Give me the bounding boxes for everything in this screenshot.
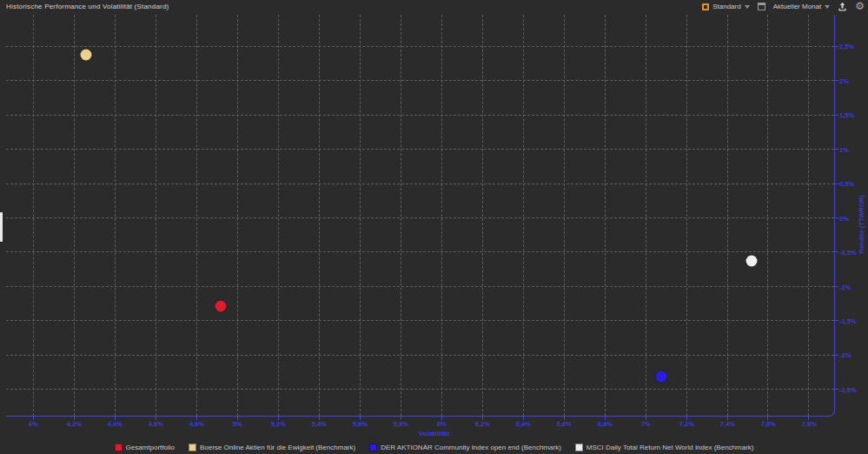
popout-window-icon: [758, 3, 765, 10]
settings-button[interactable]: [855, 2, 865, 11]
scatter-plot-area: [6, 15, 835, 417]
widget-title: Historische Performance und Volatilität …: [6, 3, 169, 10]
legend-label: Gesamtportfolio: [126, 444, 175, 451]
gear-icon: [855, 2, 865, 11]
x-tick-label: 5,2%: [271, 420, 286, 428]
y-axis-title: Rendite (TTWROR): [858, 195, 865, 254]
legend-swatch: [189, 444, 196, 451]
h-gridline: [6, 286, 834, 287]
orange-square-icon: [702, 3, 709, 10]
scatter-point[interactable]: [81, 50, 92, 61]
chevron-down-icon: [745, 5, 750, 9]
y-tick-label: 1,5%: [839, 111, 854, 119]
x-tick-label: 6%: [437, 420, 447, 428]
v-gridline: [605, 15, 606, 416]
legend-swatch: [369, 444, 377, 451]
scatter-point[interactable]: [745, 255, 757, 266]
v-gridline: [727, 15, 728, 416]
export-button[interactable]: [838, 2, 847, 12]
v-gridline: [686, 15, 687, 416]
y-tick-label: 2%: [839, 77, 849, 84]
y-tick-label: 1%: [839, 145, 849, 153]
period-selector[interactable]: Aktueller Monat: [773, 3, 831, 10]
x-tick-label: 5,6%: [353, 420, 368, 428]
v-gridline: [74, 15, 75, 416]
legend-label: DER AKTIONÄR Community Index open end (B…: [381, 444, 561, 451]
h-gridline: [6, 251, 834, 252]
preset-selector[interactable]: Standard: [702, 3, 749, 10]
v-gridline: [564, 15, 565, 416]
x-tick-label: 6,2%: [475, 420, 490, 428]
y-tick-mark: [835, 80, 838, 81]
y-tick-mark: [835, 46, 838, 47]
y-tick-mark: [835, 184, 838, 184]
period-label: Aktueller Monat: [773, 3, 822, 10]
h-gridline: [6, 355, 834, 356]
scatter-point[interactable]: [656, 371, 667, 382]
v-gridline: [237, 15, 238, 416]
y-tick-label: -1,5%: [839, 317, 857, 324]
v-gridline: [646, 15, 646, 416]
x-tick-label: 5,8%: [394, 420, 408, 428]
x-tick-label: 7,2%: [679, 420, 694, 428]
x-tick-label: 4,2%: [67, 420, 82, 428]
legend-swatch: [115, 444, 123, 451]
preset-label: Standard: [712, 3, 740, 10]
chart-legend: GesamtportfolioBoerse Online Aktien für …: [0, 441, 868, 453]
v-gridline: [523, 15, 524, 416]
legend-item[interactable]: DER AKTIONÄR Community Index open end (B…: [369, 444, 561, 451]
y-tick-mark: [835, 149, 838, 150]
performance-volatility-widget: Historische Performance und Volatilität …: [0, 0, 868, 454]
h-gridline: [6, 115, 834, 116]
scatter-point[interactable]: [215, 300, 227, 311]
x-tick-label: 6,6%: [557, 420, 572, 428]
v-gridline: [360, 15, 361, 416]
x-tick-label: 4,8%: [189, 420, 204, 428]
y-tick-label: -2%: [839, 351, 851, 359]
y-tick-label: -0,5%: [839, 249, 857, 257]
y-tick-label: 0,5%: [839, 180, 854, 188]
v-gridline: [401, 15, 401, 416]
v-gridline: [115, 15, 116, 416]
x-tick-label: 4,6%: [149, 420, 163, 428]
h-gridline: [6, 184, 834, 184]
v-gridline: [156, 15, 156, 416]
v-gridline: [482, 15, 483, 416]
legend-label: Boerse Online Aktien für die Ewigkeit (B…: [200, 444, 355, 451]
v-gridline: [196, 15, 197, 416]
y-tick-mark: [835, 286, 838, 287]
popout-button[interactable]: [758, 3, 765, 10]
y-tick-label: 0%: [839, 214, 849, 222]
y-tick-mark: [835, 251, 838, 252]
v-gridline: [319, 15, 320, 416]
legend-item[interactable]: Boerse Online Aktien für die Ewigkeit (B…: [189, 444, 355, 451]
x-tick-label: 5,4%: [312, 420, 327, 428]
export-icon: [838, 2, 847, 12]
chart-toolbar: Standard Aktueller Monat: [702, 0, 865, 13]
chevron-down-icon: [825, 5, 830, 9]
x-tick-label: 7,4%: [720, 420, 735, 428]
y-tick-mark: [835, 320, 838, 321]
legend-item[interactable]: MSCI Daily Total Return Net World Index …: [575, 444, 754, 451]
x-tick-label: 4,4%: [108, 420, 123, 428]
y-tick-label: -1%: [839, 283, 851, 290]
scroll-indicator[interactable]: [0, 212, 3, 242]
y-tick-mark: [835, 217, 838, 218]
v-gridline: [808, 15, 809, 416]
x-axis-title: Volatilität: [0, 430, 868, 437]
y-tick-label: -2,5%: [839, 385, 857, 393]
y-tick-label: 2,5%: [839, 43, 854, 50]
v-gridline: [767, 15, 768, 416]
legend-item[interactable]: Gesamtportfolio: [115, 444, 175, 451]
v-gridline: [441, 15, 442, 416]
x-tick-label: 4%: [29, 420, 38, 428]
h-gridline: [6, 320, 834, 321]
v-gridline: [278, 15, 279, 416]
y-tick-mark: [835, 355, 838, 356]
h-gridline: [6, 46, 834, 47]
x-tick-label: 7,6%: [761, 420, 776, 428]
h-gridline: [6, 389, 834, 390]
x-tick-label: 7,8%: [802, 420, 817, 428]
v-gridline: [33, 15, 34, 416]
legend-label: MSCI Daily Total Return Net World Index …: [586, 444, 754, 451]
